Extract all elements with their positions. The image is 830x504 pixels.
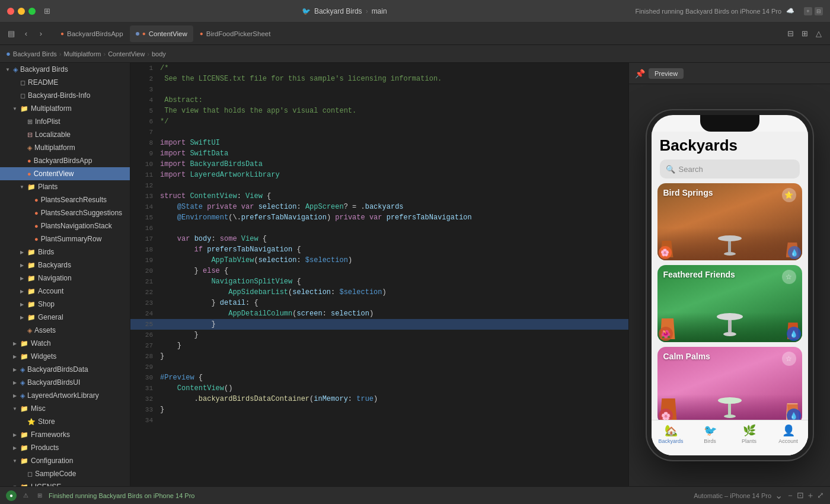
tab-content-view[interactable]: ● ContentView [130, 25, 193, 42]
nav-back-icon[interactable]: ‹ [20, 27, 33, 40]
card-1-star[interactable]: ⭐ [782, 188, 796, 202]
sidebar-item-widgets[interactable]: 📁 Widgets [0, 350, 130, 363]
maximize-button[interactable] [28, 8, 36, 15]
birds-tab-label: Birds [704, 438, 716, 444]
sidebar-item-store[interactable]: ⭐ Store [0, 415, 130, 428]
preview-button[interactable]: Preview [649, 68, 684, 79]
inspector-toggle-icon[interactable]: ⊟ [784, 27, 797, 40]
warning-icon: ⚠ [20, 490, 31, 501]
sidebar-item-assets[interactable]: ◈ Assets [0, 324, 130, 337]
minimize-button[interactable] [18, 8, 25, 15]
sidebar-item-backyards[interactable]: 📁 Backyards [0, 259, 130, 272]
arrow-bbui [12, 379, 18, 385]
tab-bird-food-picker[interactable]: ● BirdFoodPickerSheet [194, 25, 277, 42]
phone-tab-backyards[interactable]: 🏡 Backyards [652, 424, 691, 444]
sidebar-left-icon[interactable]: ▤ [5, 27, 18, 40]
shop-folder-icon: 📁 [27, 301, 36, 308]
breadcrumb-0[interactable]: Backyard Birds [13, 50, 57, 58]
sidebar-item-backyardbirdsdata[interactable]: ◈ BackyardBirdsData [0, 363, 130, 376]
zoom-fit-icon[interactable]: ⤢ [817, 490, 824, 501]
sidebar-item-misc[interactable]: 📁 Misc [0, 402, 130, 415]
swift-icon-s3: ● [34, 196, 39, 203]
breadcrumb-1[interactable]: Multiplatform [64, 50, 101, 58]
sidebar-item-products[interactable]: 📁 Products [0, 441, 130, 454]
sidebar-item-watch[interactable]: 📁 Watch [0, 337, 130, 350]
sidebar-item-plants[interactable]: 📁 Plants [0, 180, 130, 193]
phone-tab-birds[interactable]: 🐦 Birds [691, 424, 730, 444]
card-feathered-friends[interactable]: 🌺 💧 Feathered Friends ☆ [657, 265, 802, 342]
sidebar-item-general[interactable]: 📁 General [0, 311, 130, 324]
main-layout: ◈ Backyard Birds ◻ README ◻ Backyard-Bir… [0, 63, 830, 486]
phone-tab-account[interactable]: 👤 Account [769, 424, 808, 444]
code-editor[interactable]: 1 /* 2 See the LICENSE.txt file for this… [130, 63, 628, 486]
sidebar-label-navigation: Navigation [38, 274, 72, 282]
sidebar-item-multiplatform-swift[interactable]: ◈ Multiplatform [0, 141, 130, 154]
zoom-out-icon[interactable]: － [786, 490, 794, 501]
card-bird-springs[interactable]: 🌸 💧 Bird Springs ⭐ [657, 183, 802, 260]
sidebar-label-products: Products [31, 444, 59, 452]
sidebar-item-shop[interactable]: 📁 Shop [0, 298, 130, 311]
add-tab-button[interactable]: + [804, 7, 812, 15]
preview-icon[interactable]: △ [812, 27, 825, 40]
sidebar-item-plantsummaryrow[interactable]: ● PlantSummaryRow [0, 232, 130, 245]
sidebar-item-infoplist[interactable]: ⊞ InfoPlist [0, 115, 130, 128]
sidebar-item-frameworks[interactable]: 📁 Frameworks [0, 428, 130, 441]
grid-icon: ⊞ [34, 490, 45, 501]
sep3: › [147, 50, 149, 58]
phone-tab-plants[interactable]: 🌿 Plants [730, 424, 769, 444]
swift-icon-s2: ● [27, 170, 31, 177]
sidebar-item-backyardbirdsapp[interactable]: ● BackyardBirdsApp [0, 154, 130, 167]
run-status: Finished running Backyard Birds on iPhon… [636, 8, 781, 15]
sidebar-item-info[interactable]: ◻ Backyard-Birds-Info [0, 89, 130, 102]
frameworks-folder-icon: 📁 [20, 431, 28, 439]
sidebar-item-navigation[interactable]: 📁 Navigation [0, 272, 130, 285]
sidebar-toggle-icon[interactable]: ⊞ [40, 5, 53, 18]
device-selector[interactable]: Automatic – iPhone 14 Pro [694, 492, 771, 499]
breadcrumb-2[interactable]: ContentView [108, 50, 145, 58]
swift-icon-s6: ● [34, 235, 39, 243]
zoom-in-icon[interactable]: ＋ [806, 490, 815, 501]
sidebar-label-contentview: ContentView [34, 170, 74, 178]
layout-icon[interactable]: ⊞ [798, 27, 811, 40]
sidebar-item-contentview[interactable]: ● ContentView [0, 167, 130, 180]
sidebar-item-plantsnavstack[interactable]: ● PlantsNavigationStack [0, 219, 130, 232]
card-2-star[interactable]: ☆ [782, 270, 796, 284]
bbd-icon: ◈ [20, 366, 25, 374]
backyards-folder-icon: 📁 [27, 261, 36, 269]
code-line-31: 31 ContentView() [130, 383, 628, 394]
code-line-2: 2 See the LICENSE.txt file for this samp… [130, 74, 628, 84]
sidebar-item-layeredartwork[interactable]: ◈ LayeredArtworkLibrary [0, 389, 130, 402]
sidebar-item-license-folder[interactable]: 📁 LICENSE [0, 480, 130, 486]
close-button[interactable] [7, 8, 14, 15]
sidebar-label-shop: Shop [38, 300, 55, 308]
search-bar[interactable]: 🔍 Search [660, 160, 800, 178]
swift-icon-s4: ● [34, 209, 39, 216]
code-line-14: 14 @State private var selection: AppScre… [130, 202, 628, 212]
code-line-6: 6 */ [130, 116, 628, 127]
arrow-root [5, 66, 11, 72]
sidebar-item-backyardbirdsui[interactable]: ◈ BackyardBirdsUI [0, 376, 130, 389]
arrow-watch [12, 340, 18, 346]
arrow-products [12, 445, 18, 451]
sidebar-item-multiplatform[interactable]: 📁 Multiplatform [0, 102, 130, 115]
sidebar-item-readme[interactable]: ◻ README [0, 76, 130, 89]
sidebar-item-plantssuggestions[interactable]: ● PlantsSearchSuggestions [0, 206, 130, 219]
sidebar-label-widgets: Widgets [31, 352, 56, 361]
nav-forward-icon[interactable]: › [34, 27, 47, 40]
sidebar-item-root[interactable]: ◈ Backyard Birds [0, 63, 130, 76]
breadcrumb-3[interactable]: body [152, 50, 166, 58]
tile-button[interactable]: ⊟ [815, 7, 823, 15]
sidebar-item-account[interactable]: 📁 Account [0, 285, 130, 298]
sidebar-item-localizable[interactable]: ⊟ Localizable [0, 128, 130, 141]
card-3-star[interactable]: ☆ [782, 352, 796, 366]
card-calm-palms[interactable]: 🌸 💧 Calm Palms ☆ [657, 347, 802, 420]
sidebar-item-configuration[interactable]: 📁 Configuration [0, 454, 130, 467]
tab-backyard-birds-app[interactable]: ● BackyardBirdsApp [55, 25, 129, 42]
sidebar-item-samplecode[interactable]: ◻ SampleCode [0, 467, 130, 480]
account-tab-label: Account [778, 438, 798, 444]
arrow-config [12, 458, 18, 464]
zoom-100-icon[interactable]: ⊡ [797, 490, 804, 501]
sidebar-item-plantssearch[interactable]: ● PlantsSearchResults [0, 193, 130, 206]
card-list: 🌸 💧 Bird Springs ⭐ [652, 183, 808, 420]
sidebar-item-birds[interactable]: 📁 Birds [0, 245, 130, 259]
